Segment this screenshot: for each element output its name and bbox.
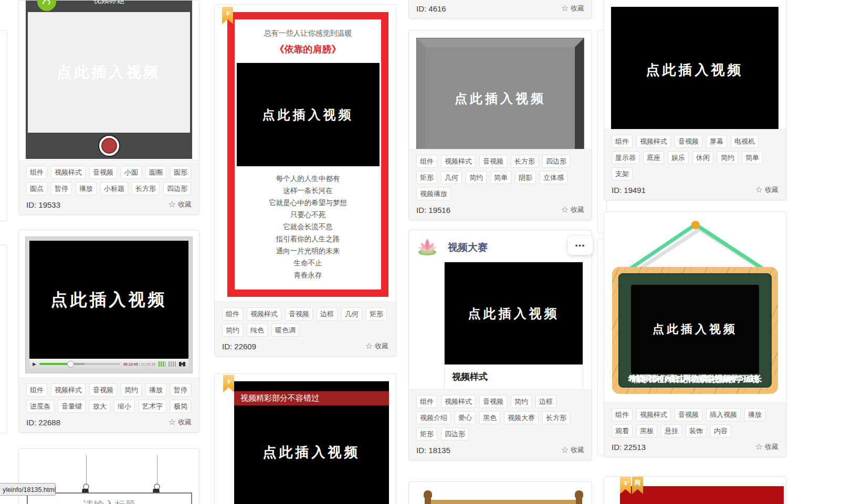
tag-chip[interactable]: 简约 — [121, 383, 142, 396]
tag-chip[interactable]: 黑色 — [479, 411, 500, 424]
play-icon[interactable]: ▶ — [33, 361, 36, 367]
tag-chip[interactable]: 简约 — [511, 395, 532, 408]
tag-chip[interactable]: 视频样式 — [247, 307, 281, 320]
insert-video-area[interactable]: 视频精彩部分不容错过 点此插入视频 — [234, 381, 389, 504]
tag-chip[interactable]: 显示器 — [612, 151, 639, 164]
tag-chip[interactable]: 娱乐 — [668, 151, 689, 164]
tag-chip[interactable]: 放大 — [89, 400, 110, 413]
template-card-22609[interactable]: v 总有一些人让你感觉到温暖 《依靠的肩膀》 点此插入视频 每个人的人生中都有这… — [214, 4, 396, 357]
tag-chip[interactable]: 视频样式 — [441, 155, 476, 168]
tag-chip[interactable]: 视频大赛 — [504, 411, 539, 424]
insert-video-area[interactable]: 点此插入视频 — [445, 262, 583, 364]
template-card-red-promo[interactable]: v 商 — [604, 476, 786, 504]
tag-chip[interactable]: 简约 — [717, 151, 738, 164]
tag-chip[interactable]: 组件 — [26, 166, 47, 179]
tag-chip[interactable]: 视频播放 — [416, 187, 451, 200]
tag-chip[interactable]: 边框 — [317, 307, 338, 320]
tag-chip[interactable]: 视频样式 — [636, 408, 671, 421]
template-card-19533[interactable]: 视频标题 点此插入视频 组件视频样式音视频小圆圆圈圆形圆点暂停播放小标题长方形四… — [18, 0, 199, 215]
tag-chip[interactable]: 装饰 — [686, 424, 707, 437]
tag-chip[interactable]: 边框 — [535, 395, 556, 408]
tag-chip[interactable]: 音视频 — [89, 166, 117, 179]
tag-chip[interactable]: 简约 — [222, 324, 243, 337]
red-frame-preview[interactable]: 总有一些人让你感觉到温暖 《依靠的肩膀》 点此插入视频 每个人的人生中都有这样一… — [227, 12, 388, 297]
insert-video-area[interactable]: 点此插入视频 — [29, 241, 188, 359]
insert-video-area[interactable]: 点此插入视频 — [631, 285, 759, 374]
favorite-button[interactable]: ☆收藏 — [169, 417, 192, 427]
video-preview-19533[interactable]: 视频标题 点此插入视频 — [26, 1, 192, 159]
more-menu-button[interactable]: ••• — [568, 236, 593, 255]
template-card-19491[interactable]: 点此插入视频 组件视频样式音视频屏幕电视机显示器底座娱乐休闲简约简单支架 ID:… — [604, 0, 786, 200]
tag-chip[interactable]: 支架 — [612, 167, 633, 180]
tag-chip[interactable]: 组件 — [222, 307, 243, 320]
favorite-button[interactable]: ☆收藏 — [755, 185, 778, 195]
tag-chip[interactable]: 视频样式 — [51, 383, 86, 396]
tag-chip[interactable]: 休闲 — [692, 151, 713, 164]
volume-bars-icon[interactable] — [159, 361, 165, 367]
tag-chip[interactable]: 音视频 — [675, 135, 702, 148]
tag-chip[interactable]: 四边形 — [542, 155, 570, 168]
tag-chip[interactable]: 组件 — [26, 383, 47, 396]
tag-chip[interactable]: 简单 — [490, 171, 511, 184]
tag-chip[interactable]: 小圆 — [121, 166, 142, 179]
tag-chip[interactable]: 音视频 — [285, 307, 313, 320]
insert-video-area[interactable]: 点此插入视频 — [237, 63, 380, 166]
progress-knob[interactable] — [67, 361, 74, 368]
tag-chip[interactable]: 圆点 — [26, 182, 47, 195]
tag-chip[interactable]: 组件 — [416, 155, 437, 168]
template-card-4616[interactable]: ID: 4616 ☆收藏 — [408, 0, 592, 19]
tag-chip[interactable]: 音视频 — [675, 408, 702, 421]
tag-chip[interactable]: 播放 — [744, 408, 765, 421]
insert-video-area[interactable]: 点此插入视频 — [611, 7, 778, 133]
tag-chip[interactable]: 音视频 — [479, 395, 507, 408]
tag-chip[interactable]: 组件 — [416, 395, 437, 408]
tag-chip[interactable]: 四边形 — [441, 427, 469, 441]
tag-chip[interactable]: 电视机 — [731, 135, 759, 148]
tag-chip[interactable]: 播放 — [145, 383, 166, 396]
tag-chip[interactable]: 进度条 — [26, 400, 54, 413]
tag-chip[interactable]: 艺术字 — [139, 400, 166, 413]
tag-chip[interactable]: 插入视频 — [706, 408, 741, 421]
tag-chip[interactable]: 矩形 — [416, 427, 437, 441]
tag-chip[interactable]: 几何 — [441, 171, 462, 184]
tag-chip[interactable]: 屏幕 — [706, 135, 727, 148]
tag-chip[interactable]: 简约 — [466, 171, 487, 184]
tag-chip[interactable]: 组件 — [612, 135, 633, 148]
favorite-button[interactable]: ☆收藏 — [561, 4, 584, 13]
tag-chip[interactable]: 爱心 — [455, 411, 476, 424]
tag-chip[interactable]: 矩形 — [416, 171, 437, 184]
insert-video-area[interactable]: 点此插入视频 — [28, 12, 190, 133]
red-preview-area[interactable] — [620, 486, 784, 504]
tag-chip[interactable]: 圆形 — [170, 166, 191, 179]
tag-chip[interactable]: 暂停 — [170, 383, 191, 396]
tag-chip[interactable]: 视频样式 — [51, 166, 86, 179]
template-card-18135[interactable]: 视频大赛 ••• 点此插入视频 视频样式 精彩视频介绍，记得分享哦！ 组件视频样… — [408, 230, 592, 460]
template-card-banner[interactable]: v 视频精彩部分不容错过 点此插入视频 — [214, 373, 396, 504]
template-card-wood[interactable] — [408, 481, 592, 504]
tag-chip[interactable]: 四边形 — [163, 182, 191, 195]
tag-chip[interactable]: 纯色 — [247, 324, 268, 337]
tag-chip[interactable]: 矩形 — [366, 307, 387, 320]
favorite-button[interactable]: ☆收藏 — [755, 442, 778, 452]
tag-chip[interactable]: 内容 — [710, 424, 731, 437]
tag-chip[interactable]: 暖色调 — [271, 324, 299, 337]
tag-chip[interactable]: 视频样式 — [441, 395, 476, 408]
tag-chip[interactable]: 音视频 — [479, 155, 507, 168]
tag-chip[interactable]: 底座 — [643, 151, 664, 164]
tag-chip[interactable]: 长方形 — [511, 155, 539, 168]
tag-chip[interactable]: 几何 — [341, 307, 362, 320]
template-card-22688[interactable]: 点此插入视频 ▶ 00:12:45 / 01:09:35 组件视频样式音视频简约… — [18, 230, 199, 433]
tag-chip[interactable]: 圆圈 — [145, 166, 166, 179]
tag-chip[interactable]: 小标题 — [100, 182, 128, 195]
tag-chip[interactable]: 音视频 — [89, 383, 117, 396]
tag-chip[interactable]: 暂停 — [51, 182, 72, 195]
tag-chip[interactable]: 缩小 — [114, 400, 135, 413]
favorite-button[interactable]: ☆收藏 — [561, 445, 584, 455]
tag-chip[interactable]: 极简 — [170, 400, 191, 413]
favorite-button[interactable]: ☆收藏 — [561, 205, 584, 215]
favorite-button[interactable]: ☆收藏 — [169, 200, 192, 209]
fullscreen-icon[interactable] — [179, 362, 185, 367]
progress-bar[interactable] — [39, 363, 120, 365]
tag-chip[interactable]: 长方形 — [542, 411, 570, 424]
tag-chip[interactable]: 观看 — [612, 424, 633, 437]
